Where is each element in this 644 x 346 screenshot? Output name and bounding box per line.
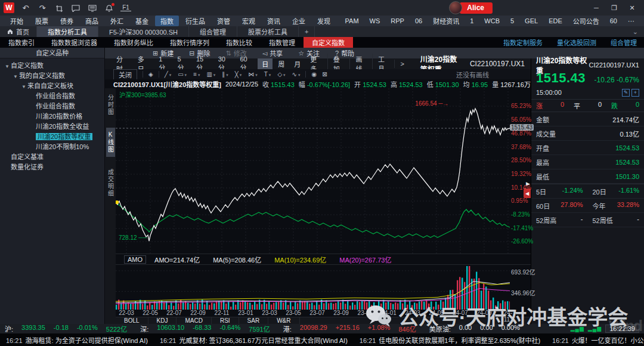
menu-right-item-财经资讯[interactable]: 财经资讯: [428, 16, 464, 26]
overlay-button->[interactable]: >: [394, 60, 409, 68]
tree-item[interactable]: 作业组合指数: [0, 101, 104, 112]
tree-expander-icon[interactable]: ▼: [13, 72, 19, 82]
news-item[interactable]: 16:21火爆！一亿变百亿！小公募迷你...: [552, 335, 644, 345]
toolbar-button-共享[interactable]: ◅共享: [262, 48, 283, 58]
menu-item-指数[interactable]: 指数: [155, 16, 179, 26]
price-plot[interactable]: 沪深300=3985.63 1666.54 ─→ 728.12 ──: [116, 88, 510, 254]
chart-view-tab-K线图[interactable]: K线图: [106, 128, 115, 157]
draw-tool-icon[interactable]: T ▾: [264, 71, 271, 78]
tree-item[interactable]: 川渝20不限制10%: [0, 142, 104, 152]
menu-item-债券[interactable]: 债券: [55, 16, 79, 26]
tree-item[interactable]: 川渝20指数等权重: [0, 132, 104, 142]
subtab-自定义指数[interactable]: 自定义指数: [304, 37, 353, 48]
minimize-button[interactable]: ─: [588, 2, 605, 14]
menu-right-item-公司公告[interactable]: 公司公告: [568, 16, 604, 26]
subtab-指数行情序列[interactable]: 指数行情序列: [162, 37, 218, 48]
workspace-tab[interactable]: 股票分析工具: [237, 26, 299, 37]
assistant-badge[interactable]: Alice: [460, 2, 493, 14]
tab-home[interactable]: 首页: [0, 26, 37, 37]
draw-tool-icon[interactable]: ≡ ▾: [193, 71, 200, 78]
chart-view-tab-成交明细[interactable]: 成交明细: [106, 165, 115, 201]
new-tab-button[interactable]: +: [299, 26, 315, 37]
menu-right-item-GEL[interactable]: GEL: [520, 17, 543, 25]
subtab-指数财务纵比[interactable]: 指数财务纵比: [106, 37, 162, 48]
maximize-button[interactable]: ❐: [606, 2, 623, 14]
edit-index-icon[interactable]: ✎: [622, 89, 630, 97]
subtab-link-量化选股回测[interactable]: 量化选股回测: [550, 37, 603, 48]
draw-tool-icon[interactable]: ⋈ ▾: [248, 71, 257, 78]
assistant-area[interactable]: Alice: [449, 1, 493, 14]
menu-item-宏观[interactable]: 宏观: [237, 16, 261, 26]
close-button[interactable]: ✕: [624, 2, 640, 14]
menu-right-item-WCB[interactable]: WCB: [479, 17, 504, 25]
draw-tool-icon[interactable]: ∿ ▾: [292, 71, 301, 78]
subtab-指数管理[interactable]: 指数管理: [261, 37, 304, 48]
workspace-tab[interactable]: 指数分析工具: [37, 26, 98, 37]
wp-monitor-icon[interactable]: [87, 4, 98, 13]
draw-tool-icon[interactable]: ▥ ▾: [206, 71, 215, 78]
indicator-tab-KDJ[interactable]: KDJ: [148, 317, 177, 324]
redo-icon[interactable]: ↷: [37, 4, 48, 13]
indicator-tab-BOLL[interactable]: BOLL: [116, 317, 148, 324]
menu-right-item-60[interactable]: 60: [605, 17, 622, 25]
tree-item[interactable]: 数量化证券: [0, 162, 104, 172]
subtab-指数索引[interactable]: 指数索引: [0, 37, 43, 48]
delete-drawing-icon[interactable]: ⊠: [322, 71, 327, 78]
wind-logo[interactable]: W: [4, 2, 14, 13]
menu-item-开始[interactable]: 开始: [5, 16, 29, 26]
tree-item[interactable]: ▼来自自定义板块: [0, 81, 104, 91]
tree-item[interactable]: ▼自定义指数: [0, 61, 104, 71]
tab-overflow-chevron-icon[interactable]: ⌄: [627, 26, 644, 37]
workspace-tab[interactable]: 组合管理: [189, 26, 237, 37]
period-月[interactable]: 月: [290, 58, 305, 69]
draw-tool-icon[interactable]: ∥ ▾: [222, 71, 228, 78]
menu-right-item-PAM[interactable]: PAM: [340, 17, 364, 25]
workspace-tab[interactable]: F5-沪深300 000300.SH: [98, 26, 189, 37]
menu-item-资管[interactable]: 资管: [212, 16, 236, 26]
menu-item-衍生品[interactable]: 衍生品: [180, 16, 210, 26]
bell-icon[interactable]: [104, 3, 114, 12]
menu-right-item-⋯[interactable]: ⋯: [623, 17, 639, 26]
news-item[interactable]: 16:21光威复材: 签订366,361.67万元日常经营重大合同(Wind A…: [160, 335, 348, 345]
menu-right-item-RPP[interactable]: RPP: [386, 17, 409, 25]
indicator-tab-W&R[interactable]: W&R: [268, 317, 299, 324]
period-日[interactable]: 日: [258, 58, 273, 69]
menu-right-item-EDE[interactable]: EDE: [544, 17, 567, 25]
news-item[interactable]: 16:21佳电股份关联贷款展期1年，利率调整至2.635%(财中社): [360, 335, 540, 345]
menu-item-股票[interactable]: 股票: [30, 16, 54, 26]
draw-tool-icon[interactable]: ◇ ▾: [277, 71, 285, 78]
tree-item[interactable]: 川渝20指数全收益: [0, 122, 104, 132]
visibility-eye-icon[interactable]: ◉: [311, 71, 317, 78]
menu-right-item-06[interactable]: 06: [410, 17, 427, 25]
tree-item[interactable]: 川渝20指数价格: [0, 112, 104, 122]
draw-tool-icon[interactable]: ╱ ▾: [165, 71, 172, 78]
tree-item[interactable]: 作业组合指数: [0, 91, 104, 101]
f1-help-icon[interactable]: F1: [120, 4, 131, 11]
menu-item-商品[interactable]: 商品: [80, 16, 104, 26]
subtab-link-指数定制服务[interactable]: 指数定制服务: [496, 37, 550, 48]
menu-right-item-1[interactable]: 1: [465, 17, 478, 25]
news-item[interactable]: 16:21渤海租赁: 为全资子公司提供担保(Wind AI): [6, 335, 148, 345]
magnet-icon[interactable]: ◈: [148, 71, 153, 78]
tree-expander-icon[interactable]: ▼: [21, 82, 27, 92]
chart-view-tab-分时图[interactable]: 分时图: [106, 91, 115, 119]
add-panel-icon[interactable]: +: [631, 89, 639, 97]
subtab-link-组合管理[interactable]: 组合管理: [603, 37, 644, 48]
menu-item-企业[interactable]: 企业: [287, 16, 311, 26]
subtab-指数数据浏览器[interactable]: 指数数据浏览器: [43, 37, 106, 48]
tree-expander-icon[interactable]: ▼: [5, 61, 11, 72]
menu-right-item-5[interactable]: 5: [506, 17, 519, 25]
subtab-指数比较[interactable]: 指数比较: [218, 37, 261, 48]
menu-item-资讯[interactable]: 资讯: [262, 16, 286, 26]
menu-item-外汇[interactable]: 外汇: [105, 16, 129, 26]
indicator-tab-SAR[interactable]: SAR: [239, 317, 269, 324]
draw-tool-icon[interactable]: ╳ ▾: [235, 71, 242, 78]
tree-item[interactable]: 自定义基准: [0, 152, 104, 162]
tree-item[interactable]: ▼我的自定义指数: [0, 71, 104, 81]
draw-tool-icon[interactable]: ▭ ▾: [178, 71, 187, 78]
menu-item-发现[interactable]: 发现: [312, 16, 336, 26]
menu-right-item-WS[interactable]: WS: [365, 17, 385, 25]
menu-item-基金[interactable]: 基金: [130, 16, 154, 26]
indicator-tab-RSI[interactable]: RSI: [212, 317, 239, 324]
indicator-tab-MACD[interactable]: MACD: [177, 317, 211, 324]
